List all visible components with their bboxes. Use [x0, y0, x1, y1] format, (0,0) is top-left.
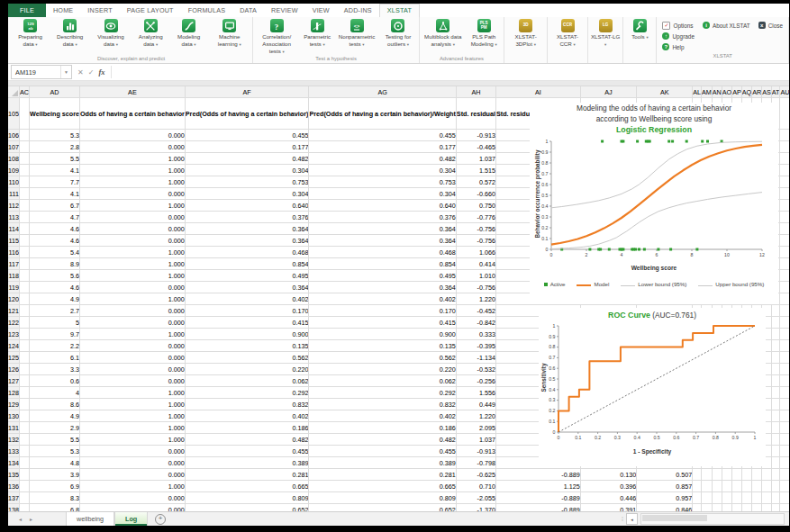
- cell[interactable]: 0.000: [80, 446, 186, 457]
- cell[interactable]: -0.913: [457, 130, 496, 141]
- options-button[interactable]: ✓ Options: [662, 20, 695, 31]
- row-header[interactable]: 131: [8, 422, 20, 434]
- cell[interactable]: 1.515: [457, 165, 496, 176]
- cell[interactable]: 5: [30, 317, 80, 329]
- cell[interactable]: 0.6: [30, 375, 80, 387]
- cell[interactable]: 0.809: [186, 492, 310, 504]
- ribbon-tab-page-layout[interactable]: PAGE LAYOUT: [120, 4, 181, 17]
- cell[interactable]: 0.389: [309, 457, 456, 469]
- ribbon-button-describing-data[interactable]: Describing data ▾: [50, 18, 90, 49]
- cell[interactable]: 0.000: [80, 188, 186, 200]
- ribbon-button-machine-learning[interactable]: Machine learning ▾: [207, 18, 251, 49]
- cell[interactable]: 0.446: [581, 492, 638, 504]
- cell[interactable]: 0.000: [80, 364, 186, 375]
- cell[interactable]: 0.482: [309, 153, 456, 165]
- ribbon-tab-formulas[interactable]: FORMULAS: [181, 4, 233, 17]
- cell[interactable]: -0.625: [457, 469, 496, 481]
- insert-function-icon[interactable]: fx: [98, 68, 104, 77]
- select-all-corner[interactable]: [8, 86, 20, 98]
- cell[interactable]: 4.1: [30, 188, 80, 200]
- cell[interactable]: 0.062: [309, 375, 456, 387]
- scroll-left-icon[interactable]: ◂: [626, 513, 638, 525]
- cell[interactable]: 1.000: [80, 247, 186, 258]
- cell[interactable]: 0.391: [581, 504, 638, 511]
- cell[interactable]: 5.3: [30, 130, 80, 141]
- column-header-AM[interactable]: AM: [702, 86, 713, 98]
- ribbon-button-parametric-tests[interactable]: Parametric tests ▾: [299, 18, 335, 49]
- cell[interactable]: 1.000: [80, 165, 186, 176]
- cell[interactable]: 0.364: [186, 235, 310, 247]
- ribbon-tab-home[interactable]: HOME: [46, 4, 80, 17]
- cell[interactable]: 0.170: [186, 305, 310, 317]
- cell[interactable]: 0.832: [186, 399, 310, 410]
- cell[interactable]: -0.842: [457, 317, 496, 329]
- cell[interactable]: 5.5: [30, 434, 80, 446]
- cell[interactable]: -0.660: [457, 188, 496, 200]
- cell[interactable]: 0.000: [80, 492, 186, 504]
- cell[interactable]: 0.640: [186, 200, 310, 212]
- cell[interactable]: 1.000: [80, 200, 186, 212]
- cell[interactable]: 0.495: [186, 270, 310, 282]
- column-header-AE[interactable]: AE: [80, 86, 186, 98]
- column-header-AC[interactable]: AC: [20, 86, 30, 98]
- cancel-icon[interactable]: ✕: [77, 68, 84, 77]
- row-header[interactable]: 111: [8, 188, 20, 200]
- column-header-AD[interactable]: AD: [30, 86, 80, 98]
- cell[interactable]: 0.364: [186, 282, 310, 293]
- cell[interactable]: -0.889: [496, 492, 581, 504]
- ribbon-button-correlation-association-tests[interactable]: ?Correlation/ Association tests ▾: [254, 18, 299, 55]
- cell[interactable]: 0.000: [80, 130, 186, 141]
- cell[interactable]: 0.900: [186, 329, 310, 340]
- row-header[interactable]: 112: [8, 200, 20, 212]
- cell[interactable]: 4.7: [30, 212, 80, 223]
- cell[interactable]: 0.857: [637, 481, 693, 492]
- cell[interactable]: -0.776: [457, 212, 496, 223]
- cell[interactable]: 0.753: [186, 176, 310, 188]
- cell[interactable]: 1.000: [80, 176, 186, 188]
- cell[interactable]: 1.220: [457, 410, 496, 422]
- cell[interactable]: 0.482: [186, 434, 310, 446]
- scrollbar-thumb[interactable]: [642, 515, 707, 521]
- ribbon-button-xlstat-ccr[interactable]: CCRXLSTAT-CCR ▾: [549, 18, 586, 49]
- cell[interactable]: -0.395: [457, 340, 496, 352]
- ribbon-button-tools[interactable]: Tools ▾: [624, 18, 655, 41]
- cell[interactable]: 0.281: [309, 469, 456, 481]
- cell[interactable]: 2.095: [457, 422, 496, 434]
- cell[interactable]: 0.000: [80, 212, 186, 223]
- cell[interactable]: 0.640: [309, 200, 456, 212]
- row-header[interactable]: 138: [8, 504, 20, 511]
- cell[interactable]: 2.9: [30, 422, 80, 434]
- row-header[interactable]: 130: [8, 410, 20, 422]
- table-col-header[interactable]: Pred(Odds of having a certain behavior)/…: [309, 98, 456, 130]
- cell[interactable]: 0.455: [309, 130, 456, 141]
- row-header[interactable]: 122: [8, 317, 20, 329]
- cell[interactable]: 2.7: [30, 305, 80, 317]
- cell[interactable]: 0.415: [309, 317, 456, 329]
- cell[interactable]: 2.8: [30, 141, 80, 153]
- about-xlstat-button[interactable]: i About XLSTAT: [703, 20, 750, 31]
- cell[interactable]: 0.000: [80, 223, 186, 235]
- cell[interactable]: 1.556: [457, 387, 496, 399]
- cell[interactable]: 0.854: [186, 258, 310, 270]
- ribbon-button-multiblock-data-analysis[interactable]: Multiblock data analysis ▾: [421, 18, 466, 49]
- ribbon-tab-file[interactable]: FILE: [8, 4, 46, 17]
- column-header-AJ[interactable]: AJ: [581, 86, 638, 98]
- name-box[interactable]: AM119 ▼: [11, 65, 72, 79]
- cell[interactable]: 5.5: [30, 153, 80, 165]
- row-header[interactable]: 133: [8, 446, 20, 457]
- cell[interactable]: 0.000: [80, 340, 186, 352]
- row-header[interactable]: 116: [8, 247, 20, 258]
- cell[interactable]: 0.000: [80, 235, 186, 247]
- table-col-header[interactable]: Wellbeing score: [30, 98, 80, 130]
- sheet-tab-wellbeing[interactable]: wellbeing: [66, 512, 114, 526]
- cell[interactable]: 0.000: [80, 457, 186, 469]
- cell[interactable]: 4: [30, 387, 80, 399]
- cell[interactable]: 4.9: [30, 410, 80, 422]
- ribbon-button-analyzing-data[interactable]: Analyzing data ▾: [132, 18, 170, 49]
- ribbon-button-modeling-data[interactable]: Modeling data ▾: [170, 18, 208, 49]
- ribbon-button-xlstat-lg[interactable]: LGXLSTAT-LG ▾: [589, 18, 622, 49]
- ribbon-tab-add-ins[interactable]: ADD-INS: [337, 4, 379, 17]
- cell[interactable]: 1.037: [457, 434, 496, 446]
- help-button[interactable]: ? Help: [662, 41, 695, 52]
- cell[interactable]: 5.6: [30, 270, 80, 282]
